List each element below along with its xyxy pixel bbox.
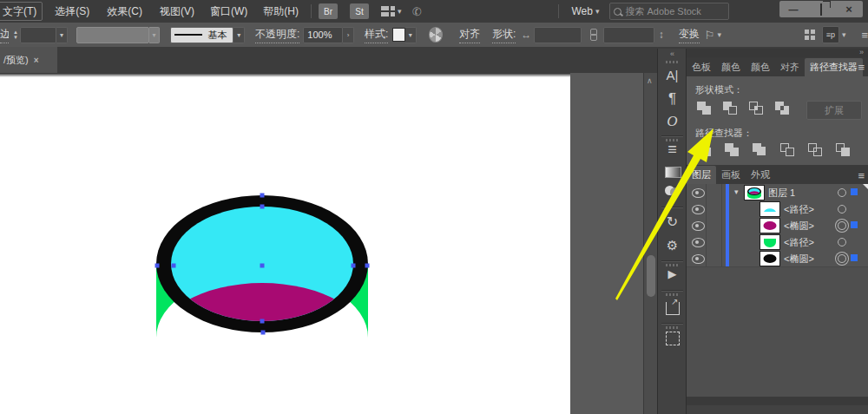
- merge-button[interactable]: [751, 142, 772, 160]
- tab-swatches[interactable]: 色板: [687, 58, 716, 76]
- artboard-canvas[interactable]: [0, 73, 570, 414]
- pathfinder-panel-menu-icon[interactable]: ≡: [858, 61, 865, 74]
- scrollbar-thumb[interactable]: [647, 255, 655, 297]
- layer-row-path-green[interactable]: <路径>: [687, 233, 868, 251]
- arrange-documents-icon[interactable]: ≡p: [822, 26, 839, 43]
- tab-color[interactable]: 颜色: [716, 58, 746, 76]
- arrange-dropdown-arrow[interactable]: ▾: [842, 30, 846, 39]
- tab-align[interactable]: 对齐: [775, 58, 805, 76]
- layer-row-ellipse-black[interactable]: <椭圆>: [687, 250, 868, 267]
- menu-help[interactable]: 帮助(H): [258, 3, 304, 20]
- minus-back-button[interactable]: [834, 142, 855, 160]
- target-circle-icon[interactable]: [838, 188, 846, 197]
- outline-button[interactable]: [806, 142, 827, 160]
- paragraph-panel-icon[interactable]: ¶: [658, 90, 687, 108]
- visibility-eye-icon[interactable]: [692, 254, 705, 264]
- recolor-artwork-icon[interactable]: [429, 27, 443, 43]
- divide-button[interactable]: [695, 142, 716, 160]
- width-profile-arrow[interactable]: ▾: [149, 27, 161, 43]
- minus-front-button[interactable]: [721, 101, 742, 118]
- layers-panel-menu-icon[interactable]: ≡: [858, 169, 865, 182]
- brush-definition-dropdown[interactable]: 基本: [170, 27, 233, 43]
- unite-button[interactable]: [695, 101, 716, 118]
- tab-artboards[interactable]: 画板: [716, 166, 746, 184]
- tab-appearance[interactable]: 外观: [746, 166, 775, 184]
- width-profile-dropdown[interactable]: [76, 27, 149, 43]
- opacity-field[interactable]: 100%: [303, 27, 343, 43]
- character-panel-icon[interactable]: A|: [658, 68, 687, 82]
- menu-type[interactable]: 文字(T): [0, 2, 43, 21]
- target-circle-selected-icon[interactable]: [838, 254, 846, 263]
- scroll-up-icon[interactable]: ∧: [647, 76, 653, 85]
- visibility-eye-icon[interactable]: [692, 205, 705, 214]
- expand-chevron-icon[interactable]: ▾: [734, 187, 739, 196]
- layer-row-ellipse-magenta[interactable]: <椭圆>: [687, 217, 868, 234]
- expand-button[interactable]: 扩展: [806, 101, 862, 120]
- target-circle-selected-icon[interactable]: [838, 221, 846, 230]
- object-name[interactable]: <路径>: [784, 236, 814, 249]
- shape-width-field[interactable]: [534, 27, 582, 43]
- document-tab[interactable]: /预览) ×: [0, 47, 57, 73]
- vertical-scrollbar[interactable]: ∧: [643, 73, 658, 414]
- style-dropdown-arrow[interactable]: ▾: [405, 27, 417, 43]
- opentype-panel-icon[interactable]: O: [658, 113, 687, 130]
- stock-button[interactable]: St: [350, 3, 369, 19]
- object-name[interactable]: <路径>: [784, 203, 814, 216]
- stroke-panel-icon[interactable]: ≡: [658, 141, 687, 159]
- stroke-weight-dropdown[interactable]: ▾: [56, 27, 68, 43]
- artboards-panel-icon[interactable]: [666, 332, 680, 345]
- layer-name[interactable]: 图层 1: [768, 187, 795, 200]
- menu-window[interactable]: 窗口(W): [205, 3, 253, 20]
- stroke-weight-label[interactable]: 边:: [0, 27, 9, 43]
- transform-label[interactable]: 变换: [679, 27, 700, 43]
- actions-panel-icon[interactable]: ▶: [658, 267, 687, 280]
- selection-square[interactable]: [851, 221, 858, 228]
- cc-sync-icon[interactable]: ✆: [411, 3, 423, 18]
- target-circle-icon[interactable]: [838, 205, 846, 214]
- restore-button[interactable]: [811, 4, 832, 15]
- trim-button[interactable]: [723, 142, 744, 160]
- target-circle-icon[interactable]: [838, 238, 846, 246]
- tab-color-guide[interactable]: 颜色: [746, 58, 775, 76]
- object-name[interactable]: <椭圆>: [784, 220, 814, 233]
- layer-row-path-cyan[interactable]: <路径>: [687, 200, 868, 218]
- stroke-weight-field[interactable]: [20, 27, 56, 43]
- layer-row-layer1[interactable]: ▾ 图层 1: [687, 184, 868, 201]
- shape-height-field[interactable]: [603, 27, 654, 43]
- tab-layers[interactable]: 图层: [687, 166, 716, 184]
- visibility-eye-icon[interactable]: [692, 188, 705, 198]
- gradient-panel-icon[interactable]: [665, 167, 681, 178]
- workspace-switcher-icon[interactable]: ▾: [381, 6, 402, 16]
- symbols-panel-icon[interactable]: ↻: [658, 214, 687, 230]
- selection-square[interactable]: [851, 188, 858, 195]
- shape-label[interactable]: 形状:: [492, 27, 516, 43]
- visibility-eye-icon[interactable]: [692, 238, 705, 247]
- object-thumbnail[interactable]: [760, 201, 780, 217]
- align-label[interactable]: 对齐: [459, 27, 480, 43]
- bridge-button[interactable]: Br: [319, 3, 338, 19]
- dock-grid-icon[interactable]: [805, 30, 815, 40]
- minimize-button[interactable]: —: [783, 4, 804, 15]
- opacity-label[interactable]: 不透明度:: [255, 27, 299, 43]
- close-button[interactable]: ×: [838, 3, 859, 16]
- object-thumbnail[interactable]: [760, 234, 780, 250]
- object-thumbnail[interactable]: [760, 251, 780, 266]
- workspace-dropdown[interactable]: Web▾: [566, 3, 604, 20]
- graphic-styles-panel-icon[interactable]: ⚙: [658, 238, 687, 253]
- crop-button[interactable]: [779, 142, 799, 160]
- selection-square[interactable]: [851, 254, 858, 261]
- menu-effect[interactable]: 效果(C): [102, 3, 148, 20]
- menu-view[interactable]: 视图(V): [155, 3, 200, 20]
- search-input[interactable]: 搜索 Adobe Stock: [609, 3, 729, 20]
- object-thumbnail[interactable]: [760, 218, 780, 233]
- layer-thumbnail[interactable]: [744, 185, 765, 200]
- collapse-dock-icon[interactable]: «: [658, 49, 687, 58]
- export-panel-icon[interactable]: ↗: [666, 302, 680, 315]
- brush-dropdown-arrow[interactable]: ▾: [233, 27, 245, 43]
- control-bar-menu-icon[interactable]: ≡: [861, 29, 868, 42]
- opacity-presets-arrow[interactable]: ›: [343, 27, 354, 43]
- intersect-button[interactable]: [747, 101, 768, 118]
- transparency-panel-icon[interactable]: [665, 186, 681, 197]
- document-close-icon[interactable]: ×: [34, 56, 39, 65]
- style-swatch[interactable]: [392, 28, 405, 42]
